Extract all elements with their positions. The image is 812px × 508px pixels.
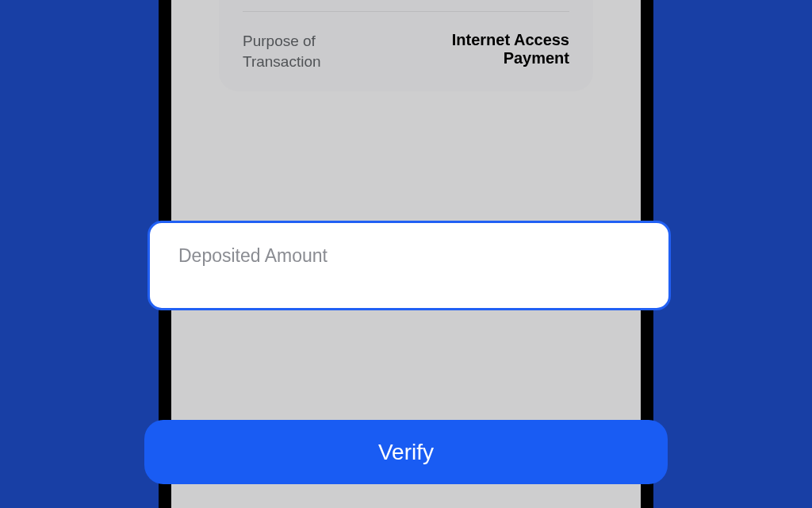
deposited-amount-label: Deposited Amount — [178, 245, 640, 267]
deposited-amount-input-card[interactable]: Deposited Amount — [147, 221, 671, 310]
verify-button-label: Verify — [378, 440, 434, 465]
verify-button[interactable]: Verify — [144, 420, 668, 484]
